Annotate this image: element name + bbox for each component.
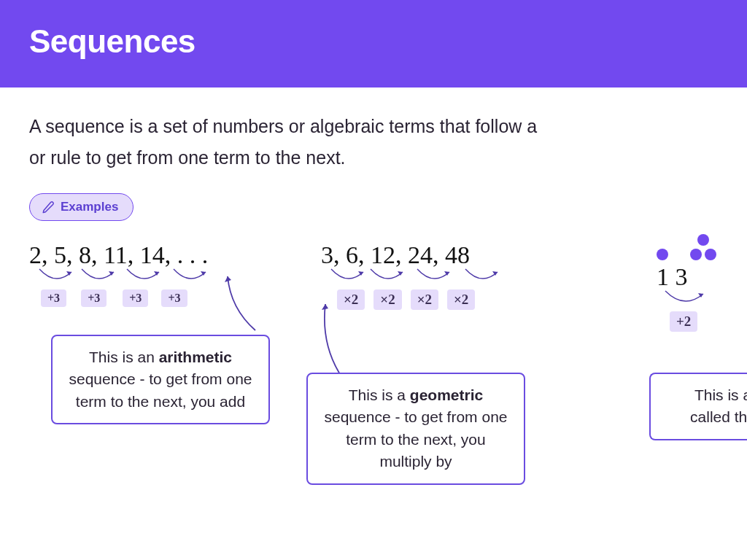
op-chip: +3 [41,289,66,307]
op-chip: ×2 [411,289,438,310]
callout-text: This is an [89,349,159,365]
examples-label: Examples [61,200,118,214]
op-chip: +3 [81,289,107,307]
arithmetic-arcs [29,268,208,288]
pencil-icon [42,201,55,214]
lesson-card: Sequences A sequence is a set of numbers… [0,0,747,560]
callout-text: sequence - to get from one term to the n… [69,370,252,409]
op-chip: +3 [123,289,148,307]
triangular-arcs [657,289,716,310]
triangular-callout: This is a called the [649,373,747,440]
arithmetic-sequence-block: 2, 5, 8, 11, 14, . . . +3 +3 +3 +3 [29,241,208,307]
arithmetic-terms: 2, 5, 8, 11, 14, . . . [29,241,208,269]
geometric-arcs [321,268,475,288]
op-chip: +2 [670,311,697,332]
callout-text: This is a [349,386,410,403]
header-bar: Sequences [0,0,747,88]
geometric-ops: ×2 ×2 ×2 ×2 [337,289,475,310]
dot-icon [705,249,716,260]
pointer-arrow [314,300,357,380]
dot-icon [697,234,709,246]
examples-pill[interactable]: Examples [29,193,133,221]
op-chip: ×2 [374,289,401,310]
page-title: Sequences [29,23,718,60]
callout-text: sequence - to get from one term to the n… [325,408,508,470]
dot-icon [690,249,702,260]
triangular-ops: +2 [670,311,716,332]
arithmetic-callout: This is an arithmetic sequence - to get … [51,335,270,424]
triangular-dots [657,227,716,260]
dot-icon [657,249,668,260]
lesson-body: A sequence is a set of numbers or algebr… [0,88,747,560]
triangular-sequence-block: 1 3 +2 [657,227,716,332]
pointer-arrow [222,272,266,338]
op-chip: +3 [161,289,187,307]
arithmetic-ops: +3 +3 +3 +3 [41,289,208,307]
geometric-terms: 3, 6, 12, 24, 48 [321,241,475,269]
intro-line-1: A sequence is a set of numbers or algebr… [29,116,537,136]
callout-text: This is a [694,386,747,403]
triangular-terms: 1 3 [657,263,716,291]
op-chip: ×2 [447,289,475,310]
intro-text: A sequence is a set of numbers or algebr… [29,111,718,173]
callout-bold: geometric [410,386,483,403]
geometric-callout: This is a geometric sequence - to get fr… [306,373,525,485]
intro-line-2: or rule to get from one term to the next… [29,147,346,168]
callout-text: called the [690,408,747,425]
callout-bold: arithmetic [159,349,232,365]
diagram-area: 2, 5, 8, 11, 14, . . . +3 +3 +3 +3 [29,241,718,548]
